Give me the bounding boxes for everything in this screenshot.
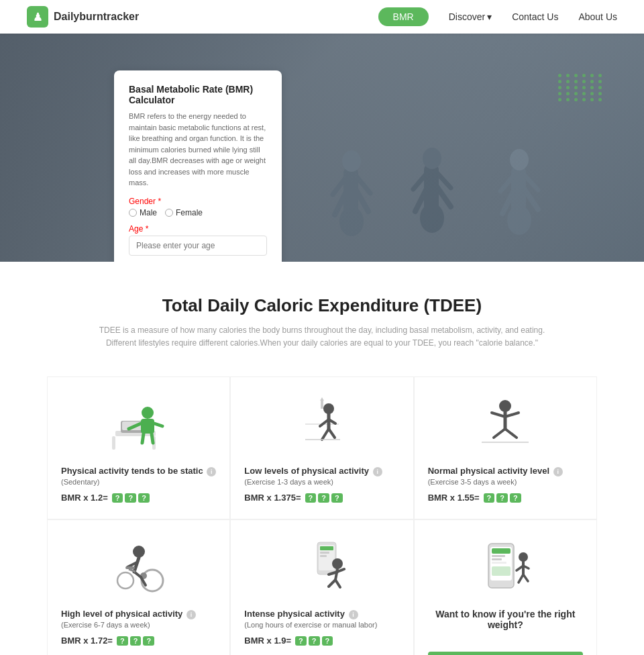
activity-card-sedentary: Physical activity tends to be static i (… [47,376,230,519]
age-field: Age * [129,224,267,256]
high-info-icon[interactable]: i [186,610,196,619]
discover-link[interactable]: Discover ▾ [449,11,492,22]
intense-info-icon[interactable]: i [349,610,358,619]
activity-card-moderate: Normal physical activity level i (Exerci… [414,376,597,519]
intense-title: Intense physical activity i [244,609,399,619]
svg-point-26 [142,407,154,419]
tdee-title: Total Daily Caloric Expenditure (TDEE) [40,295,604,316]
svg-line-81 [519,574,523,583]
sedentary-info-icon[interactable]: i [207,467,216,476]
svg-point-42 [499,400,511,412]
light-info-icon[interactable]: i [373,467,382,476]
female-radio-option[interactable]: Female [165,208,203,217]
logo-icon: ♟ [27,6,48,28]
intense-illustration [244,534,399,601]
svg-point-77 [519,552,528,562]
svg-point-64 [332,558,343,569]
weight-card-content: Want to know if you're the right weight?… [428,609,583,655]
svg-rect-61 [320,546,333,550]
male-radio-option[interactable]: Male [129,208,157,217]
bmr-card-title: Basal Metabolic Rate (BMR) Calculator [129,84,267,105]
svg-line-30 [142,434,144,443]
intense-qqq: ? ? ? [295,636,333,646]
navbar: ♟ Dailyburntracker BMR Discover ▾ Contac… [0,0,644,34]
activity-cards-grid: Physical activity tends to be static i (… [47,376,597,655]
high-qqq: ? ? ? [117,636,154,646]
bmr-nav-button[interactable]: BMR [378,7,429,26]
high-subtitle: (Exercise 6-7 days a week) [61,621,216,629]
female-radio[interactable] [165,209,173,217]
tdee-section: Total Daily Caloric Expenditure (TDEE) T… [0,262,644,655]
svg-rect-63 [320,555,327,557]
high-illustration [61,534,216,601]
nav-links: BMR Discover ▾ Contact Us About Us [378,7,617,26]
bmr-calculator-card: Basal Metabolic Rate (BMR) Calculator BM… [114,70,282,262]
moderate-qqq: ? ? ? [484,493,521,503]
sedentary-subtitle: (Sedentary) [61,478,216,486]
moderate-title: Normal physical activity level i [428,466,583,476]
intense-formula: BMR x 1.9= ? ? ? [244,636,399,646]
sedentary-qqq: ? ? ? [112,493,150,503]
gender-label: Gender * [129,197,267,206]
svg-line-45 [505,413,519,417]
intense-formula-text: BMR x 1.9= [244,636,291,646]
svg-line-44 [492,413,505,417]
svg-point-2 [342,150,361,172]
light-illustration [244,391,399,458]
intense-subtitle: (Long hours of exercise or manual labor) [244,621,399,629]
light-title: Low levels of physical activity i [244,466,399,476]
gender-field: Gender * Male Female [129,197,267,217]
svg-rect-72 [492,548,511,554]
male-radio[interactable] [129,209,137,217]
svg-line-66 [329,580,335,587]
svg-line-39 [322,429,329,440]
svg-rect-58 [125,566,135,569]
high-title: High level of physical activity i [61,609,216,619]
svg-line-29 [154,423,162,426]
activity-card-intense: Intense physical activity i (Long hours … [230,519,413,655]
chevron-down-icon: ▾ [487,11,492,22]
svg-rect-34 [321,401,323,409]
activity-card-weight: Want to know if you're the right weight?… [414,519,597,655]
weight-card-title: Want to know if you're the right weight? [428,609,583,630]
svg-rect-62 [320,552,329,554]
svg-line-47 [505,429,517,438]
svg-line-82 [523,574,528,581]
high-formula-text: BMR x 1.72= [61,636,113,646]
contact-link[interactable]: Contact Us [512,11,558,22]
moderate-formula-text: BMR x 1.55= [428,493,480,503]
age-label: Age * [129,224,267,234]
light-subtitle: (Exercise 1-3 days a week) [244,478,399,486]
svg-marker-33 [320,397,324,401]
svg-rect-27 [141,419,154,434]
sedentary-formula-text: BMR x 1.2= [61,493,108,503]
svg-point-9 [423,148,441,169]
hero-section: Basal Metabolic Rate (BMR) Calculator BM… [0,34,644,262]
view-button[interactable]: View [428,652,583,655]
sedentary-title: Physical activity tends to be static i [61,466,216,476]
logo-text: Dailyburntracker [54,11,139,23]
moderate-subtitle: (Exercise 3-5 days a week) [428,478,583,486]
logo: ♟ Dailyburntracker [27,6,139,28]
age-input[interactable] [129,236,267,256]
moderate-info-icon[interactable]: i [553,467,563,476]
svg-line-46 [494,429,505,438]
svg-rect-74 [492,558,502,560]
tdee-description: TDEE is a measure of how many calories t… [94,324,550,350]
activity-card-light: Low levels of physical activity i (Exerc… [230,376,413,519]
activity-card-high: High level of physical activity i (Exerc… [47,519,230,655]
light-formula: BMR x 1.375= ? ? ? [244,493,399,503]
svg-point-53 [117,572,133,589]
svg-rect-22 [112,436,115,450]
sedentary-formula: BMR x 1.2= ? ? ? [61,493,216,503]
sedentary-illustration [61,391,216,458]
bmr-card-description: BMR refers to the energy needed to maint… [129,111,267,189]
high-formula: BMR x 1.72= ? ? ? [61,636,216,646]
svg-rect-76 [492,566,511,576]
svg-rect-75 [492,562,506,564]
svg-line-40 [329,429,335,438]
light-formula-text: BMR x 1.375= [244,493,301,503]
gender-options: Male Female [129,208,267,217]
about-link[interactable]: About Us [578,11,617,22]
light-qqq: ? ? ? [305,493,343,503]
